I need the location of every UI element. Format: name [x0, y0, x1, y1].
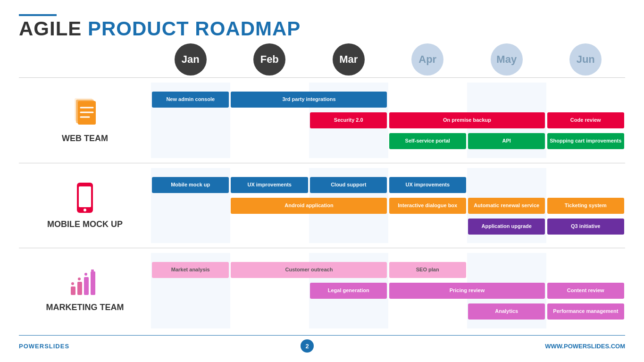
grid-row-mobile-mock-up-2: Application upgradeQ3 initiative: [151, 217, 625, 236]
grid-row-marketing-team-0: Market analysisCustomer outreachSEO plan: [151, 261, 625, 279]
task-bar-code-review: Code review: [547, 112, 624, 128]
grid-cell: [230, 281, 309, 300]
grid-cell: [230, 111, 309, 130]
task-bar-cloud-support: Cloud support: [310, 177, 387, 193]
team-name-marketing-team: MARKETING TEAM: [46, 303, 124, 312]
grid-cell: [230, 302, 309, 321]
month-cell-mar: Mar: [309, 43, 388, 76]
grid-row-web-team-0: New admin console3rd party integrations: [151, 90, 625, 109]
grid-cell: [467, 261, 546, 279]
footer-website: WWW.POWERSLIDES.COM: [545, 343, 625, 350]
svg-point-13: [71, 282, 74, 285]
grid-cell: [546, 176, 626, 194]
task-bar-3rd-party-integrations: 3rd party integrations: [231, 92, 387, 108]
header: AGILE PRODUCT ROADMAP: [19, 14, 625, 39]
main-content: JanFebMarAprMayJun WEB TEAMNew admin con…: [19, 43, 625, 333]
grid-cell: [151, 217, 230, 236]
svg-point-14: [78, 278, 81, 280]
grid-cell: [546, 261, 626, 279]
task-bar-interactive-dialogue-box: Interactive dialogue box: [389, 198, 466, 214]
task-bar-automatic-renewal-service: Automatic renewal service: [468, 198, 545, 214]
month-circle-apr: Apr: [411, 43, 443, 76]
grid-row-web-team-2: Self-service portalAPIShopping cart impr…: [151, 132, 625, 151]
svg-rect-12: [91, 271, 95, 295]
task-bar-ux-improvements: UX improvements: [389, 177, 466, 193]
grid-wrapper-mobile-mock-up: Mobile mock upUX improvementsCloud suppo…: [151, 168, 625, 244]
task-bar-content-review: Content review: [547, 283, 624, 299]
grid-cell: [230, 217, 309, 236]
task-bar-application-upgrade: Application upgrade: [468, 219, 545, 235]
svg-rect-7: [79, 186, 91, 207]
page: AGILE PRODUCT ROADMAP JanFebMarAprMayJun…: [0, 0, 644, 362]
grid-cell: [546, 90, 626, 109]
section-marketing-team: MARKETING TEAMMarket analysisCustomer ou…: [19, 248, 625, 333]
task-bar-legal-generation: Legal generation: [310, 283, 387, 299]
task-bar-security-2.0: Security 2.0: [310, 112, 387, 128]
svg-rect-9: [71, 286, 75, 295]
month-cell-feb: Feb: [230, 43, 309, 76]
grid-row-marketing-team-2: AnalyticsPerformance management: [151, 302, 625, 321]
grid-cell: [467, 176, 546, 194]
grid-cell: [388, 302, 468, 321]
task-bar-analytics: Analytics: [468, 303, 545, 320]
grid-cell: [151, 302, 230, 321]
timeline-container: JanFebMarAprMayJun WEB TEAMNew admin con…: [19, 43, 625, 333]
grid-row-marketing-team-1: Legal generationPricing reviewContent re…: [151, 281, 625, 300]
header-accent-line: [19, 14, 57, 16]
month-circle-jan: Jan: [175, 43, 207, 76]
month-circle-mar: Mar: [333, 43, 365, 76]
task-bar-ux-improvements: UX improvements: [231, 177, 308, 193]
task-bar-self-service-portal: Self-service portal: [389, 133, 466, 149]
task-bar-customer-outreach: Customer outreach: [231, 262, 387, 278]
task-bar-shopping-cart-improvements: Shopping cart improvements: [547, 133, 624, 149]
team-icon-web-team: [72, 97, 98, 130]
task-bar-android-application: Android application: [231, 198, 387, 214]
grid-row-mobile-mock-up-1: Android applicationInteractive dialogue …: [151, 196, 625, 215]
month-circle-jun: Jun: [569, 43, 602, 76]
section-mobile-mock-up: MOBILE MOCK UPMobile mock upUX improveme…: [19, 163, 625, 248]
section-web-team: WEB TEAMNew admin console3rd party integ…: [19, 77, 625, 163]
task-bar-performance-management: Performance management: [547, 303, 624, 320]
team-name-mobile-mock-up: MOBILE MOCK UP: [47, 219, 123, 229]
grid-cell: [467, 90, 546, 109]
grid-cell: [309, 132, 388, 151]
task-bar-q3-initiative: Q3 initiative: [547, 219, 624, 235]
page-title: AGILE PRODUCT ROADMAP: [19, 19, 625, 39]
month-cell-apr: Apr: [388, 43, 468, 76]
svg-rect-11: [84, 277, 89, 295]
svg-point-8: [84, 209, 86, 211]
grid-cell: [388, 90, 468, 109]
title-blue: PRODUCT ROADMAP: [88, 17, 301, 40]
team-name-web-team: WEB TEAM: [62, 134, 108, 143]
grid-wrapper-marketing-team: Market analysisCustomer outreachSEO plan…: [151, 253, 625, 328]
grid-wrapper-web-team: New admin console3rd party integrationsS…: [151, 83, 625, 158]
task-bar-market-analysis: Market analysis: [152, 262, 229, 278]
svg-rect-10: [77, 282, 82, 295]
grid-cell: [388, 217, 468, 236]
brand-black: POWER: [19, 343, 44, 350]
task-bar-seo-plan: SEO plan: [389, 262, 466, 278]
month-cell-jun: Jun: [546, 43, 626, 76]
task-bar-new-admin-console: New admin console: [152, 92, 229, 108]
grid-cell: [151, 281, 230, 300]
grid-cell: [230, 132, 309, 151]
footer-brand: POWERSLIDES: [19, 343, 69, 350]
team-icon-marketing-team: [70, 269, 100, 299]
grid-cell: [309, 302, 388, 321]
grid-cell: [151, 132, 230, 151]
month-cell-jan: Jan: [151, 43, 230, 76]
timeline-header: JanFebMarAprMayJun: [151, 43, 625, 76]
team-label-marketing-team: MARKETING TEAM: [19, 253, 151, 328]
grid-cell: [151, 196, 230, 215]
svg-point-15: [84, 273, 87, 276]
team-label-mobile-mock-up: MOBILE MOCK UP: [19, 168, 151, 244]
brand-blue: SLIDES: [44, 343, 69, 350]
grid-row-web-team-1: Security 2.0On premise backupCode review: [151, 111, 625, 130]
grid-cell: [309, 217, 388, 236]
title-black: AGILE: [19, 17, 82, 40]
page-number: 2: [301, 339, 314, 353]
team-icon-mobile-mock-up: [73, 182, 97, 216]
footer: POWERSLIDES 2 WWW.POWERSLIDES.COM: [19, 335, 625, 353]
grid-cell: [151, 111, 230, 130]
task-bar-api: API: [468, 133, 545, 149]
